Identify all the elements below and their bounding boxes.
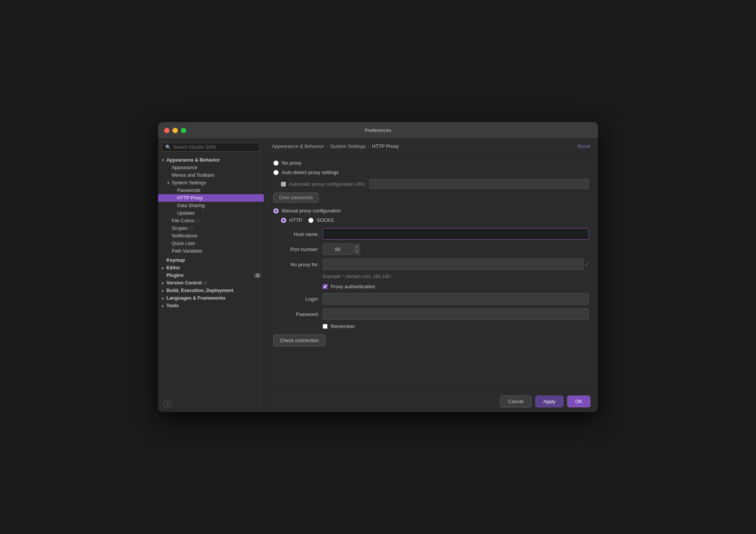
no-proxy-option[interactable]: No proxy	[273, 160, 589, 166]
login-input[interactable]	[323, 293, 589, 305]
chevron-icon: ►	[161, 266, 166, 270]
sidebar-item-label: Appearance & Behavior	[166, 157, 220, 163]
sidebar-item-version-control[interactable]: ► Version Control ⬡	[158, 279, 264, 287]
no-proxy-label: No proxy	[282, 160, 301, 166]
http-option[interactable]: HTTP	[281, 217, 302, 223]
sidebar-item-label: Passwords	[177, 188, 200, 193]
host-name-input[interactable]	[323, 228, 589, 240]
search-input[interactable]	[173, 144, 257, 150]
title-bar: Preferences	[158, 122, 598, 139]
reset-button[interactable]: Reset	[577, 143, 590, 149]
port-spinner: ▲ ▼	[354, 244, 360, 254]
expand-icon[interactable]: ⤢	[585, 262, 589, 267]
sidebar-item-plugins[interactable]: Plugins 3	[158, 272, 264, 279]
sidebar-item-label: File Colors	[172, 218, 194, 223]
sidebar-item-tools[interactable]: ► Tools	[158, 302, 264, 309]
settings-area: No proxy Auto-detect proxy settings Auto…	[264, 154, 598, 391]
remember-checkbox[interactable]	[323, 324, 328, 329]
preferences-window: Preferences 🔍 ▼ Appearance & Behavior Ap…	[158, 122, 598, 412]
http-radio[interactable]	[281, 218, 286, 223]
sidebar-item-label: Path Variables	[172, 248, 202, 254]
sidebar-item-label: Notifications	[172, 233, 198, 239]
close-button[interactable]	[164, 128, 169, 133]
ok-button[interactable]: OK	[567, 396, 590, 407]
sidebar-item-menus-toolbars[interactable]: Menus and Toolbars	[158, 171, 264, 179]
breadcrumb: Appearance & Behavior › System Settings …	[272, 143, 399, 149]
password-input[interactable]	[323, 308, 589, 320]
sidebar-item-label: Plugins	[166, 273, 184, 278]
sidebar-item-label: Languages & Frameworks	[166, 295, 226, 301]
external-icon: ⬡	[189, 226, 193, 231]
check-connection-button[interactable]: Check connection	[273, 335, 325, 346]
auth-section: Proxy authentication Login: Password:	[273, 284, 589, 329]
chevron-icon: ►	[161, 304, 166, 308]
sidebar-item-file-colors[interactable]: File Colors ⬡	[158, 217, 264, 225]
no-proxy-for-input[interactable]	[323, 259, 583, 270]
sidebar-item-scopes[interactable]: Scopes ⬡	[158, 225, 264, 232]
host-name-label: Host name:	[273, 231, 323, 237]
no-proxy-radio[interactable]	[273, 160, 279, 166]
sidebar-item-appearance[interactable]: Appearance	[158, 164, 264, 171]
socks-radio[interactable]	[308, 218, 314, 223]
breadcrumb-sep-2: ›	[368, 143, 370, 149]
sidebar-item-languages-frameworks[interactable]: ► Languages & Frameworks	[158, 294, 264, 302]
cancel-button[interactable]: Cancel	[500, 396, 531, 407]
socks-option[interactable]: SOCKS	[308, 217, 334, 223]
apply-button[interactable]: Apply	[535, 396, 564, 407]
maximize-button[interactable]	[181, 128, 186, 133]
sidebar-item-notifications[interactable]: Notifications	[158, 232, 264, 240]
port-up-button[interactable]: ▲	[354, 244, 360, 249]
no-proxy-for-row: No proxy for: ⤢	[273, 259, 589, 270]
sidebar-item-label: Tools	[166, 303, 179, 308]
proxy-auth-checkbox[interactable]	[323, 284, 328, 289]
chevron-icon: ►	[161, 289, 166, 293]
sidebar-item-label: HTTP Proxy	[177, 195, 203, 201]
sidebar-item-updates[interactable]: Updates	[158, 209, 264, 217]
auto-detect-radio[interactable]	[273, 170, 279, 175]
sidebar-item-system-settings[interactable]: ▼ System Settings	[158, 179, 264, 187]
breadcrumb-item-2[interactable]: System Settings	[330, 143, 366, 149]
auto-detect-option[interactable]: Auto-detect proxy settings	[273, 170, 589, 175]
no-proxy-for-label: No proxy for:	[273, 262, 323, 267]
sidebar-item-http-proxy[interactable]: HTTP Proxy	[158, 194, 264, 202]
sidebar: 🔍 ▼ Appearance & Behavior Appearance Men…	[158, 139, 264, 412]
sidebar-item-editor[interactable]: ► Editor	[158, 264, 264, 272]
example-text: Example: *.domain.com, 192.168.*	[323, 274, 589, 279]
minimize-button[interactable]	[173, 128, 178, 133]
sidebar-item-quick-lists[interactable]: Quick Lists	[158, 240, 264, 247]
sidebar-item-appearance-behavior[interactable]: ▼ Appearance & Behavior	[158, 156, 264, 164]
sidebar-item-passwords[interactable]: Passwords	[158, 187, 264, 194]
auto-detect-label: Auto-detect proxy settings	[282, 170, 339, 175]
port-number-row: Port number: ▲ ▼	[273, 243, 589, 255]
sidebar-item-path-variables[interactable]: Path Variables	[158, 247, 264, 255]
manual-proxy-radio[interactable]	[273, 208, 279, 214]
sidebar-item-build-execution[interactable]: ► Build, Execution, Deployment	[158, 287, 264, 294]
manual-proxy-option[interactable]: Manual proxy configuration	[273, 208, 589, 214]
login-row: Login:	[273, 293, 589, 305]
sidebar-item-label: Data Sharing	[177, 203, 205, 208]
bottom-bar: Cancel Apply OK	[264, 391, 598, 412]
auto-config-checkbox[interactable]	[281, 182, 286, 187]
sidebar-item-label: Updates	[177, 210, 195, 216]
sidebar-tree: ▼ Appearance & Behavior Appearance Menus…	[158, 155, 264, 396]
chevron-icon: ▼	[166, 181, 172, 185]
sidebar-item-keymap[interactable]: Keymap	[158, 256, 264, 264]
breadcrumb-item-1[interactable]: Appearance & Behavior	[272, 143, 324, 149]
sidebar-item-label: Build, Execution, Deployment	[166, 288, 233, 293]
port-number-label: Port number:	[273, 247, 323, 252]
port-down-button[interactable]: ▼	[354, 249, 360, 254]
remember-row: Remember	[323, 324, 589, 329]
host-name-row: Host name:	[273, 228, 589, 240]
search-box[interactable]: 🔍	[162, 143, 260, 152]
login-label: Login:	[273, 296, 323, 302]
chevron-icon: ▼	[161, 158, 166, 162]
clear-passwords-button[interactable]: Clear passwords	[273, 193, 318, 203]
chevron-icon: ►	[161, 281, 166, 285]
port-number-input[interactable]	[323, 243, 353, 255]
breadcrumb-item-3: HTTP Proxy	[372, 143, 399, 149]
sidebar-item-label: System Settings	[172, 180, 206, 185]
sidebar-item-data-sharing[interactable]: Data Sharing	[158, 202, 264, 209]
auto-config-input[interactable]	[369, 179, 589, 189]
help-button[interactable]: ?	[163, 400, 172, 408]
sidebar-item-label: Menus and Toolbars	[172, 173, 214, 178]
